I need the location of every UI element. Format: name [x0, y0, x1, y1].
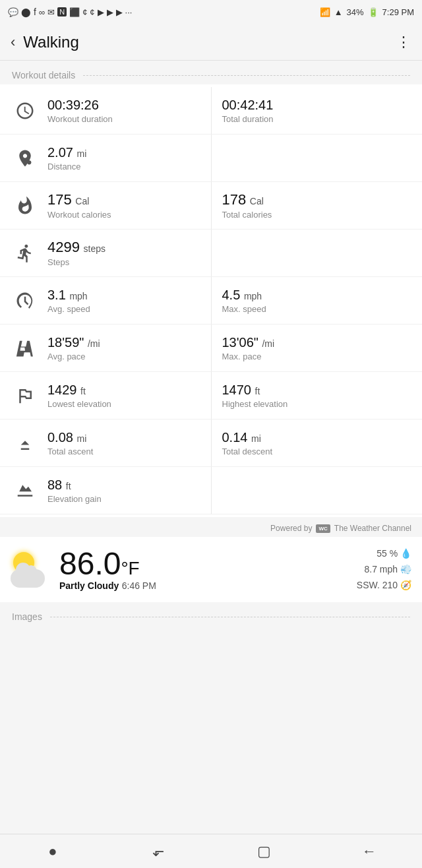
total-duration-label: Total duration	[222, 114, 274, 124]
highest-elev-cell: 1470 ft Highest elevation	[211, 372, 423, 419]
more-icon: ···	[125, 7, 133, 17]
weather-stats: 55 % 💧 8.7 mph 💨 SSW. 210 🧭	[357, 546, 411, 593]
workout-details-container: 00:39:26 Workout duration 00:42:41 Total…	[0, 84, 422, 517]
wind-stat: 8.7 mph 💨	[357, 562, 411, 578]
ascent-value: 0.08 mi	[47, 429, 93, 445]
powered-by-text: Powered by	[270, 524, 312, 533]
workout-duration-value: 00:39:26	[47, 97, 113, 113]
weather-temperature: 86.0°F	[59, 548, 350, 580]
total-duration-value: 00:42:41	[222, 97, 274, 113]
workout-duration-label: Workout duration	[47, 114, 113, 124]
media-icon: ⬤	[21, 7, 31, 17]
signal-icon: ▲	[334, 7, 343, 17]
avg-speed-texts: 3.1 mph Avg. speed	[47, 287, 90, 314]
descent-texts: 0.14 mi Total descent	[222, 429, 273, 456]
descent-value: 0.14 mi	[222, 429, 273, 445]
descent-cell: 0.14 mi Total descent	[211, 419, 423, 466]
status-bar: 💬 ⬤ f ∞ ✉ N ⬛ ¢ ¢ ▶ ▶ ▶ ··· 📶 ▲ 34% 🔋 7:…	[0, 0, 422, 24]
distance-label: Distance	[47, 162, 86, 171]
avg-speed-label: Avg. speed	[47, 304, 90, 314]
images-section-label: Images	[0, 602, 422, 626]
workout-calories-value: 175 Cal	[47, 191, 111, 208]
elevation-gain-row: 88 ft Elevation gain	[0, 467, 422, 514]
speed-row: 3.1 mph Avg. speed 4.5 mph Max. speed	[0, 277, 422, 325]
ascent-texts: 0.08 mi Total ascent	[47, 429, 93, 456]
yt-icon2: ▶	[107, 7, 113, 17]
weather-description: Partly Cloudy	[59, 580, 119, 591]
yt-icon1: ▶	[98, 7, 104, 17]
max-speed-label: Max. speed	[222, 304, 266, 314]
max-speed-value: 4.5 mph	[222, 287, 266, 303]
max-pace-cell: 13'06" /mi Max. pace	[211, 325, 423, 371]
total-calories-texts: 178 Cal Total calories	[222, 191, 272, 220]
nav-dot-button[interactable]: ●	[33, 838, 73, 865]
descent-label: Total descent	[222, 447, 273, 456]
app-header: ‹ Walking ⋮	[0, 24, 422, 61]
max-pace-texts: 13'06" /mi Max. pace	[222, 334, 275, 361]
distance-right-cell	[211, 135, 423, 181]
workout-calories-label: Workout calories	[47, 210, 111, 220]
steps-label: Steps	[47, 257, 106, 267]
direction-stat: SSW. 210 🧭	[357, 578, 411, 594]
fb-icon: f	[34, 7, 36, 17]
total-calories-cell: 178 Cal Total calories	[211, 182, 423, 229]
weather-card: 86.0°F Partly Cloudy 6:46 PM 55 % 💧 8.7 …	[0, 537, 422, 602]
page-title: Walking	[23, 33, 396, 51]
elevation-gain-value: 88 ft	[47, 477, 102, 493]
ascent-row: 0.08 mi Total ascent 0.14 mi Total desce…	[0, 419, 422, 467]
elevation-gain-label: Elevation gain	[47, 494, 102, 504]
workout-duration-cell: 00:39:26 Workout duration	[0, 87, 211, 134]
steps-row: 4299 steps Steps	[0, 230, 422, 277]
weather-description-time: Partly Cloudy 6:46 PM	[59, 580, 350, 592]
nav-home-button[interactable]: ▢	[244, 838, 284, 865]
nav-recent-button[interactable]: ⬐	[138, 838, 178, 865]
max-pace-label: Max. pace	[222, 352, 275, 361]
total-calories-label: Total calories	[222, 210, 272, 220]
workout-duration-texts: 00:39:26 Workout duration	[47, 97, 113, 124]
steps-right-cell	[211, 230, 423, 276]
back-button[interactable]: ‹	[11, 34, 15, 51]
highest-elev-label: Highest elevation	[222, 399, 288, 409]
humidity-stat: 55 % 💧	[357, 546, 411, 562]
steps-icon	[11, 239, 40, 268]
distance-row: 2.07 mi Distance	[0, 135, 422, 182]
steps-value: 4299 steps	[47, 239, 106, 256]
weather-channel-logo: WC	[316, 524, 330, 533]
time-display: 7:29 PM	[382, 7, 414, 17]
battery-percent: 34%	[347, 7, 364, 17]
avg-speed-cell: 3.1 mph Avg. speed	[0, 277, 211, 324]
cloud-shape	[11, 569, 45, 588]
distance-cell: 2.07 mi Distance	[0, 135, 211, 181]
road-icon	[11, 334, 40, 363]
battery-icon: 🔋	[368, 7, 378, 17]
menu-button[interactable]: ⋮	[396, 34, 411, 51]
workout-calories-texts: 175 Cal Workout calories	[47, 191, 111, 220]
highest-elev-value: 1470 ft	[222, 382, 288, 398]
mail-icon: ✉	[47, 7, 55, 17]
lowest-elev-value: 1429 ft	[47, 382, 111, 398]
workout-calories-cell: 175 Cal Workout calories	[0, 182, 211, 229]
avg-pace-value: 18'59" /mi	[47, 334, 100, 350]
avg-pace-label: Avg. pace	[47, 352, 100, 361]
distance-value: 2.07 mi	[47, 144, 86, 160]
ascent-label: Total ascent	[47, 447, 93, 456]
link-icon: ∞	[39, 7, 45, 17]
lowest-elev-label: Lowest elevation	[47, 399, 111, 409]
ascent-icon	[11, 429, 40, 458]
weather-unit: °F	[121, 558, 139, 578]
max-pace-value: 13'06" /mi	[222, 334, 275, 350]
duration-row: 00:39:26 Workout duration 00:42:41 Total…	[0, 87, 422, 135]
weather-icon	[11, 552, 53, 588]
calories-row: 175 Cal Workout calories 178 Cal Total c…	[0, 182, 422, 230]
nav-back-button[interactable]: ←	[349, 838, 389, 865]
yt-icon3: ▶	[116, 7, 123, 17]
avg-speed-value: 3.1 mph	[47, 287, 90, 303]
cent-icon1: ¢	[82, 7, 87, 17]
cent-icon2: ¢	[90, 7, 94, 17]
weather-time: 6:46 PM	[122, 580, 156, 591]
weather-channel-name: The Weather Channel	[334, 524, 411, 533]
elevation-gain-right-cell	[211, 467, 423, 514]
weather-powered-row: Powered by WC The Weather Channel	[0, 517, 422, 537]
lowest-elev-cell: 1429 ft Lowest elevation	[0, 372, 211, 419]
max-speed-cell: 4.5 mph Max. speed	[211, 277, 423, 324]
